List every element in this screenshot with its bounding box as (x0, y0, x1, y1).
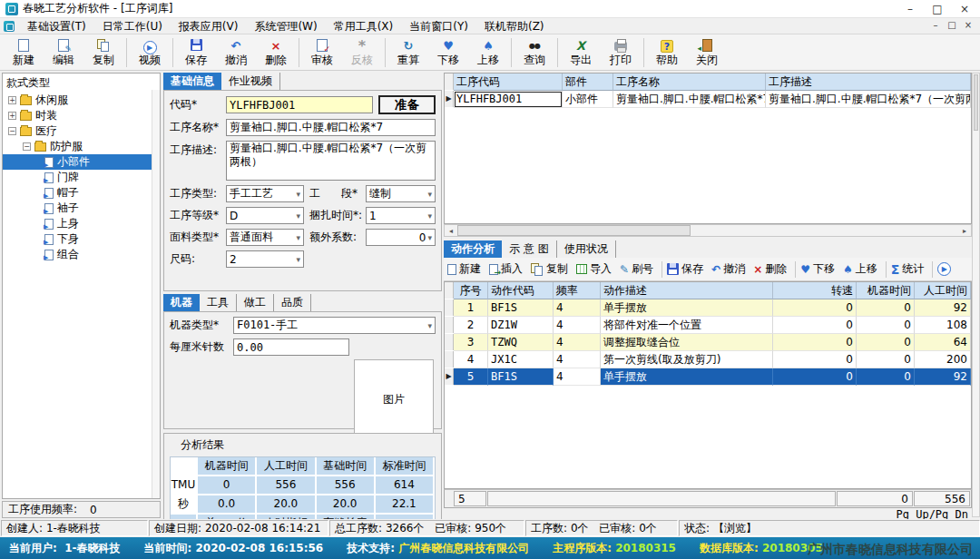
action-cell-desc[interactable]: 单手摆放 (601, 368, 773, 386)
mdi-restore-icon[interactable]: □ (944, 18, 960, 33)
copy-button[interactable]: 复制 (83, 35, 123, 70)
process-desc-cell[interactable]: 剪量袖口.脚口.中腰.帽口松紧*7（一次剪两根） (766, 91, 971, 108)
action-move-up-button[interactable]: ♠ 上移 (843, 261, 877, 277)
move-up-button[interactable]: ♠ 上移 (468, 35, 508, 70)
restore-icon[interactable]: □ (924, 0, 951, 18)
action-cell-speed[interactable]: 0 (773, 351, 857, 368)
action-cell-seq[interactable]: 1 (454, 299, 488, 317)
action-cell-ltime[interactable]: 64 (915, 334, 971, 351)
action-cell-seq[interactable]: 3 (454, 334, 488, 351)
scroll-left-icon[interactable]: ◂ (445, 227, 457, 235)
tree-node-hat[interactable]: 帽子 (3, 185, 160, 201)
delete-button[interactable]: × 删除 (256, 35, 296, 70)
action-cell-desc[interactable]: 单手摆放 (601, 299, 773, 317)
action-cell-mtime[interactable]: 0 (857, 334, 915, 351)
menu-system[interactable]: 系统管理(W) (246, 18, 325, 34)
search-button[interactable]: ●● 查询 (514, 35, 554, 70)
tab-basic-info[interactable]: 基础信息 (163, 73, 221, 90)
scrollbar-thumb[interactable] (457, 225, 691, 236)
collapse-minus-icon[interactable]: − (23, 142, 31, 151)
minimize-icon[interactable]: – (897, 0, 924, 18)
action-copy-button[interactable]: 复制 (531, 261, 568, 277)
menu-daily-work[interactable]: 日常工作(U) (94, 18, 171, 34)
close-app-button[interactable]: 关闭 (687, 35, 727, 70)
move-down-button[interactable]: ♥ 下移 (428, 35, 468, 70)
tree-node-fashion[interactable]: + 时装 (3, 108, 160, 123)
action-cell-desc[interactable]: 调整握取缝合位 (601, 334, 773, 351)
mdi-close-icon[interactable]: × (960, 18, 976, 33)
mdi-minimize-icon[interactable]: – (927, 18, 944, 33)
tree-node-door-plate[interactable]: 门牌 (3, 170, 160, 185)
machine-type-select[interactable]: F0101-手工▾ (233, 317, 436, 334)
video-button[interactable]: ▶ 视频 (130, 35, 170, 70)
action-undo-button[interactable]: ↶ 撤消 (711, 261, 745, 277)
action-cell-ltime[interactable]: 92 (915, 299, 971, 317)
expand-plus-icon[interactable]: + (8, 96, 16, 104)
action-cell-speed[interactable]: 0 (773, 299, 857, 317)
tree-scrollbar[interactable] (152, 90, 160, 498)
menu-current-window[interactable]: 当前窗口(Y) (401, 18, 476, 34)
action-cell-mtime[interactable]: 0 (857, 351, 915, 368)
menu-basic-settings[interactable]: 基础设置(T) (19, 18, 94, 34)
action-insert-button[interactable]: → 插入 (489, 261, 523, 277)
tree-node-upper-body[interactable]: 上身 (3, 216, 160, 231)
action-delete-button[interactable]: × 删除 (753, 261, 787, 277)
action-cell-speed[interactable]: 0 (773, 317, 857, 334)
action-cell-speed[interactable]: 0 (773, 334, 857, 351)
tab-tools[interactable]: 工具 (200, 294, 237, 311)
size-select[interactable]: 2▾ (226, 250, 304, 268)
action-cell-ltime[interactable]: 108 (915, 317, 971, 334)
save-button[interactable]: 保存 (176, 35, 216, 70)
recalculate-button[interactable]: ↻ 重算 (388, 35, 428, 70)
action-cell-desc[interactable]: 第一次剪线(取及放剪刀) (601, 351, 773, 368)
process-name-input[interactable] (226, 119, 436, 136)
horizontal-scrollbar[interactable]: ◂ ▸ (444, 224, 972, 237)
action-cell-freq[interactable]: 4 (554, 317, 601, 334)
action-play-button[interactable]: ▶ (937, 262, 951, 276)
export-button[interactable]: X 导出 (561, 35, 601, 70)
tree-node-medical[interactable]: − 医疗 (3, 123, 160, 139)
action-stats-button[interactable]: Σ 统计 (891, 261, 925, 277)
bundle-time-select[interactable]: 1▾ (366, 207, 436, 224)
expand-plus-icon[interactable]: + (8, 112, 16, 120)
action-cell-seq[interactable]: 5 (454, 368, 488, 386)
close-icon[interactable]: × (951, 0, 978, 18)
tab-work-video[interactable]: 作业视频 (221, 73, 280, 90)
fabric-type-select[interactable]: 普通面料▾ (226, 229, 304, 246)
action-import-button[interactable]: 导入 (576, 261, 612, 277)
action-cell-freq-editing[interactable]: 4 (554, 368, 601, 386)
tab-usage-status[interactable]: 使用状况 (557, 240, 616, 258)
tree-node-protective[interactable]: − 防护服 (3, 139, 160, 154)
help-button[interactable]: ? 帮助 (647, 35, 687, 70)
edit-button[interactable]: ✎ 编辑 (44, 35, 83, 70)
tab-quality[interactable]: 品质 (274, 294, 311, 311)
tree-node-casual[interactable]: + 休闲服 (3, 93, 160, 108)
action-cell-mtime[interactable]: 0 (857, 299, 915, 317)
action-cell-freq[interactable]: 4 (554, 299, 601, 317)
tab-diagram[interactable]: 示 意 图 (502, 240, 557, 258)
tree-node-small-part[interactable]: 小部件 (3, 154, 160, 170)
action-cell-desc[interactable]: 将部件对准一个位置 (601, 317, 773, 334)
action-cell-freq[interactable]: 4 (554, 351, 601, 368)
print-button[interactable]: 打印 (601, 35, 641, 70)
action-cell-freq[interactable]: 4 (554, 334, 601, 351)
new-button[interactable]: 新建 (4, 35, 44, 70)
menu-tools[interactable]: 常用工具(X) (326, 18, 402, 34)
extra-factor-select[interactable]: 0▾ (366, 229, 436, 246)
action-cell-seq[interactable]: 2 (454, 317, 488, 334)
action-cell-code[interactable]: DZ1W (488, 317, 554, 334)
tree-node-combination[interactable]: 组合 (3, 247, 160, 262)
stitches-per-cm-input[interactable] (233, 338, 349, 356)
action-cell-code[interactable]: JX1C (488, 351, 554, 368)
undo-button[interactable]: ↶ 撤消 (216, 35, 256, 70)
process-name-cell[interactable]: 剪量袖口.脚口.中腰.帽口松紧*7 (613, 91, 766, 108)
action-cell-mtime[interactable]: 0 (857, 317, 915, 334)
action-cell-ltime[interactable]: 200 (915, 351, 971, 368)
action-cell-ltime[interactable]: 92 (915, 368, 971, 386)
process-type-select[interactable]: 手工工艺▾ (226, 185, 304, 202)
process-desc-textarea[interactable]: 剪量袖口.脚口.中腰.帽口松紧*7（一次剪两根） (226, 141, 436, 181)
action-cell-speed[interactable]: 0 (773, 368, 857, 386)
action-cell-seq[interactable]: 4 (454, 351, 488, 368)
action-move-down-button[interactable]: ♥ 下移 (800, 261, 835, 277)
menu-reports[interactable]: 报表应用(V) (171, 18, 247, 34)
